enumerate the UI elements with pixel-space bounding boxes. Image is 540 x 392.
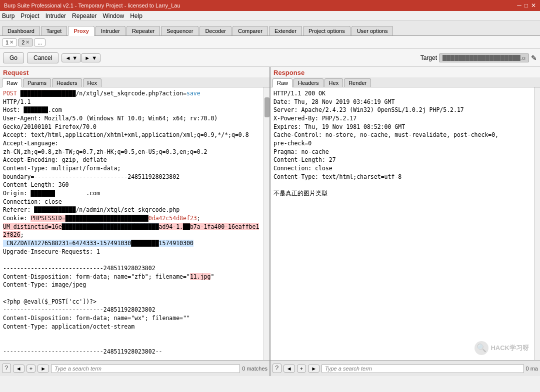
tab-target[interactable]: Target <box>41 26 68 35</box>
response-search-bar: ? ◄ + ► 0 ma <box>270 360 540 376</box>
request-search-add[interactable]: + <box>26 365 36 373</box>
tab-decoder[interactable]: Decoder <box>200 26 232 35</box>
target-input[interactable] <box>439 53 529 62</box>
close-button[interactable]: ✕ <box>531 2 536 9</box>
main-tabbar: Dashboard Target Proxy Intruder Repeater… <box>0 21 540 36</box>
maximize-button[interactable]: □ <box>524 2 528 9</box>
response-search-icon[interactable]: ? <box>272 364 282 373</box>
request-panel-title: Request <box>0 67 270 77</box>
menu-burp[interactable]: Burp <box>2 12 14 19</box>
response-search-add[interactable]: + <box>297 365 306 373</box>
menu-project[interactable]: Project <box>20 12 39 19</box>
subtab-2-label: 2 <box>22 39 24 45</box>
tab-project-options[interactable]: Project options <box>303 26 350 35</box>
request-tab-raw[interactable]: Raw <box>2 78 22 87</box>
menu-help[interactable]: Help <box>130 12 142 19</box>
watermark-icon: 🔍 <box>474 341 488 355</box>
response-tab-raw[interactable]: Raw <box>272 78 292 87</box>
response-panel: Response Raw Headers Hex Render HTTP/1.1… <box>270 67 540 376</box>
menubar: Burp Project Intruder Repeater Window He… <box>0 11 540 21</box>
request-text: POST ████████████████/n/xtgl/set_skqrcod… <box>3 89 260 356</box>
response-tab-headers[interactable]: Headers <box>294 78 324 87</box>
response-tab-hex[interactable]: Hex <box>324 78 344 87</box>
tab-sequencer[interactable]: Sequencer <box>161 26 198 35</box>
subtabbar: 1 ✕ 2 ✕ ... <box>0 36 540 49</box>
response-text: HTTP/1.1 200 OK Date: Thu, 28 Nov 2019 0… <box>274 89 531 198</box>
subtab-1-close[interactable]: ✕ <box>10 39 14 45</box>
request-search-icon[interactable]: ? <box>2 364 11 373</box>
request-tab-hex[interactable]: Hex <box>83 78 102 87</box>
tab-user-options[interactable]: User options <box>352 26 394 35</box>
request-scrollbar[interactable] <box>264 87 270 360</box>
response-search-prev[interactable]: ◄ <box>284 365 295 373</box>
response-panel-tabs: Raw Headers Hex Render <box>270 77 540 87</box>
watermark-text: HACK学习呀 <box>490 344 529 353</box>
watermark: 🔍 HACK学习呀 <box>474 341 529 355</box>
subtab-ellipsis-label: ... <box>38 39 42 45</box>
target-label: Target <box>420 54 437 61</box>
request-search-prev[interactable]: ◄ <box>13 365 24 373</box>
tab-intruder[interactable]: Intruder <box>96 26 126 35</box>
edit-target-button[interactable]: ✎ <box>531 54 537 62</box>
back-button[interactable]: ◄ ▼ <box>62 53 81 62</box>
request-tab-headers[interactable]: Headers <box>52 78 82 87</box>
titlebar: Burp Suite Professional v2.1 - Temporary… <box>0 0 540 11</box>
tab-comparer[interactable]: Comparer <box>232 26 268 35</box>
request-search-input[interactable] <box>51 364 240 373</box>
subtab-2[interactable]: 2 ✕ <box>18 38 33 46</box>
response-scrollbar[interactable] <box>534 87 540 360</box>
response-tab-render[interactable]: Render <box>344 78 371 87</box>
request-tab-params[interactable]: Params <box>23 78 51 87</box>
response-search-input[interactable] <box>322 364 524 373</box>
tab-repeater[interactable]: Repeater <box>126 26 160 35</box>
cancel-button[interactable]: Cancel <box>27 52 58 63</box>
request-scroll-thumb[interactable] <box>264 97 270 117</box>
request-panel-tabs: Raw Params Headers Hex <box>0 77 270 87</box>
subtab-1[interactable]: 1 ✕ <box>2 38 17 46</box>
subtab-2-close[interactable]: ✕ <box>26 39 30 45</box>
window-controls[interactable]: ─ □ ✕ <box>517 2 536 9</box>
target-area: Target ✎ <box>420 53 537 62</box>
minimize-button[interactable]: ─ <box>517 2 522 9</box>
request-panel-content: POST ████████████████/n/xtgl/set_skqrcod… <box>0 87 264 360</box>
request-panel: Request Raw Params Headers Hex POST ████… <box>0 67 270 376</box>
tab-dashboard[interactable]: Dashboard <box>2 26 40 35</box>
subtab-ellipsis[interactable]: ... <box>34 38 46 46</box>
tab-extender[interactable]: Extender <box>269 26 302 35</box>
forward-button[interactable]: ► ▼ <box>81 53 100 62</box>
response-match-count: 0 ma <box>526 366 538 372</box>
request-search-bar: ? ◄ + ► 0 matches <box>0 360 270 376</box>
titlebar-title: Burp Suite Professional v2.1 - Temporary… <box>4 2 180 8</box>
response-search-next[interactable]: ► <box>308 365 320 373</box>
response-panel-content: HTTP/1.1 200 OK Date: Thu, 28 Nov 2019 0… <box>270 87 534 360</box>
subtab-1-label: 1 <box>6 39 8 45</box>
go-button[interactable]: Go <box>3 52 24 63</box>
request-search-next[interactable]: ► <box>38 365 49 373</box>
menu-intruder[interactable]: Intruder <box>46 12 66 19</box>
menu-repeater[interactable]: Repeater <box>72 12 96 19</box>
response-panel-title: Response <box>270 67 540 77</box>
main-content: Request Raw Params Headers Hex POST ████… <box>0 67 540 376</box>
request-match-count: 0 matches <box>242 366 268 372</box>
menu-window[interactable]: Window <box>102 12 124 19</box>
tab-proxy[interactable]: Proxy <box>68 26 94 36</box>
toolbar: Go Cancel ◄ ▼ ► ▼ Target ✎ <box>0 49 540 67</box>
